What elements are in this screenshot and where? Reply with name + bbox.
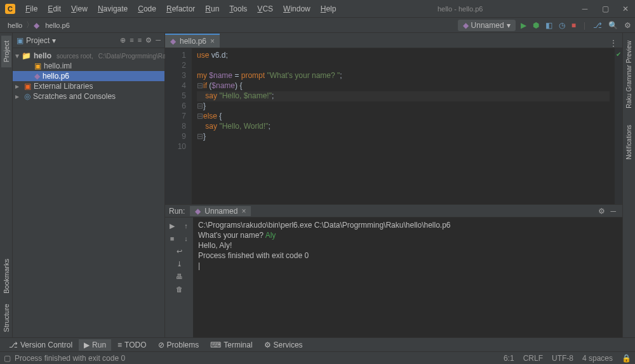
tree-external-libs[interactable]: ▸ ▣ External Libraries — [13, 81, 164, 91]
menu-run[interactable]: Run — [201, 3, 223, 15]
panel-settings-icon[interactable]: ⚙ — [145, 36, 152, 44]
breadcrumb-root[interactable]: hello — [4, 22, 26, 29]
editor-area: ◆ hello.p6 × ⋮ 12345678910 use v6.d;my $… — [165, 33, 622, 337]
tree-file-iml[interactable]: ▣ hello.iml — [13, 61, 164, 71]
tool-tab-raku-preview[interactable]: Raku Grammar Preview — [624, 36, 634, 114]
tree-root-folder[interactable]: ▾ 📁 hello sources root, C:\Data\Progrmmi… — [13, 51, 164, 61]
git-button[interactable]: ⎇ — [593, 21, 602, 30]
branch-icon: ⎇ — [9, 341, 18, 349]
close-tab-icon[interactable]: × — [241, 207, 246, 216]
tree-file-p6[interactable]: ◆ hello.p6 — [13, 71, 164, 81]
close-tab-icon[interactable]: × — [210, 37, 215, 46]
tool-tab-structure[interactable]: Structure — [1, 299, 11, 337]
lock-icon[interactable]: 🔒 — [622, 354, 631, 363]
coverage-button[interactable]: ◧ — [545, 21, 552, 30]
debug-button[interactable]: ⬢ — [533, 21, 539, 30]
wrap-icon[interactable]: ↩ — [173, 245, 185, 257]
run-tab-label: Unnamed — [204, 207, 237, 216]
right-tool-strip: Raku Grammar Preview Notifications — [622, 33, 635, 337]
menu-tools[interactable]: Tools — [225, 3, 251, 15]
menu-edit[interactable]: Edit — [44, 3, 65, 15]
menu-code[interactable]: Code — [134, 3, 160, 15]
inspection-gutter: ✔ — [615, 48, 622, 204]
file-encoding[interactable]: UTF-8 — [552, 354, 573, 363]
bottom-tab-version-control[interactable]: ⎇Version Control — [4, 339, 77, 351]
bottom-tab-problems[interactable]: ⊘Problems — [153, 339, 204, 351]
scroll-icon[interactable]: ⤓ — [173, 258, 185, 270]
profile-button[interactable]: ◷ — [559, 21, 565, 30]
breadcrumb-file[interactable]: hello.p6 — [41, 22, 74, 29]
tree-scratches[interactable]: ▸ ◎ Scratches and Consoles — [13, 91, 164, 101]
code-line[interactable]: ⊟} — [197, 101, 610, 112]
project-panel-header: ▣ Project ▾ ⊕ ≡ ≡ ⚙ ─ — [13, 33, 164, 48]
menu-navigate[interactable]: Navigate — [94, 3, 131, 15]
bottom-tab-run[interactable]: ▶Run — [79, 339, 111, 351]
library-icon: ▣ — [24, 82, 31, 91]
code-line[interactable] — [197, 61, 610, 71]
code-editor[interactable]: 12345678910 use v6.d;my $name = prompt "… — [165, 48, 622, 204]
raku-file-icon: ◆ — [195, 207, 201, 216]
print-icon[interactable]: 🖶 — [173, 271, 185, 282]
main-content: Project Bookmarks Structure ▣ Project ▾ … — [0, 33, 635, 337]
run-button[interactable]: ▶ — [521, 21, 526, 30]
tool-tab-notifications[interactable]: Notifications — [624, 120, 634, 164]
tab-options-icon[interactable]: ⋮ — [605, 39, 622, 48]
rerun-icon[interactable]: ▶ — [166, 220, 178, 231]
menu-file[interactable]: File — [22, 3, 41, 15]
code-line[interactable]: ⊟else { — [197, 112, 610, 122]
search-button[interactable]: 🔍 — [608, 21, 618, 30]
expand-all-icon[interactable]: ≡ — [130, 36, 133, 44]
project-view-selector[interactable]: ▣ Project ▾ — [17, 36, 117, 45]
term-icon: ⌨ — [210, 341, 221, 349]
scratches-icon: ◎ — [24, 92, 30, 101]
run-tab[interactable]: ◆ Unnamed × — [190, 206, 251, 216]
run-config-dropdown[interactable]: ◆ Unnamed ▾ — [458, 20, 516, 31]
hide-panel-icon[interactable]: ─ — [156, 36, 161, 44]
minimize-button[interactable]: ─ — [580, 4, 589, 13]
bottom-tab-terminal[interactable]: ⌨Terminal — [205, 339, 257, 351]
menu-window[interactable]: Window — [279, 3, 314, 15]
inspection-ok-icon: ✔ — [615, 51, 622, 58]
run-settings-icon[interactable]: ⚙ — [598, 207, 605, 216]
up-icon[interactable]: ↑ — [180, 220, 192, 231]
stop-icon[interactable]: ■ — [166, 233, 178, 244]
indent-setting[interactable]: 4 spaces — [582, 354, 613, 363]
close-button[interactable]: ✕ — [621, 4, 630, 13]
run-header: Run: ◆ Unnamed × ⚙ ─ — [165, 205, 622, 218]
tool-tab-bookmarks[interactable]: Bookmarks — [1, 254, 11, 299]
menu-view[interactable]: View — [67, 3, 91, 15]
code-line[interactable]: use v6.d; — [197, 51, 610, 61]
caret-position[interactable]: 6:1 — [504, 354, 514, 363]
menu-help[interactable]: Help — [317, 3, 340, 15]
collapse-all-icon[interactable]: ≡ — [138, 36, 142, 44]
hide-run-icon[interactable]: ─ — [610, 207, 616, 216]
left-tool-strip: Project Bookmarks Structure — [0, 33, 13, 337]
maximize-button[interactable]: ▢ — [601, 4, 610, 13]
editor-tab[interactable]: ◆ hello.p6 × — [165, 34, 220, 48]
bottom-tab-services[interactable]: ⚙Services — [259, 339, 308, 351]
tree-file-label: hello.iml — [44, 62, 72, 70]
menu-refactor[interactable]: Refactor — [163, 3, 199, 15]
down-icon[interactable]: ↓ — [180, 233, 192, 244]
stop-button[interactable]: ■ — [572, 21, 576, 30]
root-folder-name: hello — [34, 51, 51, 60]
bottom-tab-todo[interactable]: ≡TODO — [112, 339, 151, 351]
code-line[interactable]: say "Hello, World!"; — [197, 122, 610, 132]
tree-expand-icon: ▸ — [15, 82, 22, 91]
settings-button[interactable]: ⚙ — [624, 21, 631, 30]
code-line[interactable]: ⊟if ($name) { — [197, 81, 610, 91]
line-separator[interactable]: CRLF — [523, 354, 543, 363]
code-line[interactable]: say "Hello, $name!"; — [197, 91, 610, 101]
run-label: Run: — [169, 207, 185, 216]
status-msg-icon: ▢ — [4, 354, 11, 363]
tool-tab-project[interactable]: Project — [1, 36, 11, 67]
code-content[interactable]: use v6.d;my $name = prompt "What's your … — [192, 48, 615, 204]
code-line[interactable]: my $name = prompt "What's your name? "; — [197, 71, 610, 81]
code-line[interactable] — [197, 142, 610, 152]
run-console[interactable]: C:\Programs\rakudo\bin\perl6.exe C:\Data… — [193, 218, 622, 337]
code-line[interactable]: ⊟} — [197, 132, 610, 142]
menu-vcs[interactable]: VCS — [253, 3, 277, 15]
delete-icon[interactable]: 🗑 — [173, 283, 185, 295]
select-opened-file-icon[interactable]: ⊕ — [120, 36, 126, 44]
root-folder-tag: sources root, — [57, 53, 93, 60]
